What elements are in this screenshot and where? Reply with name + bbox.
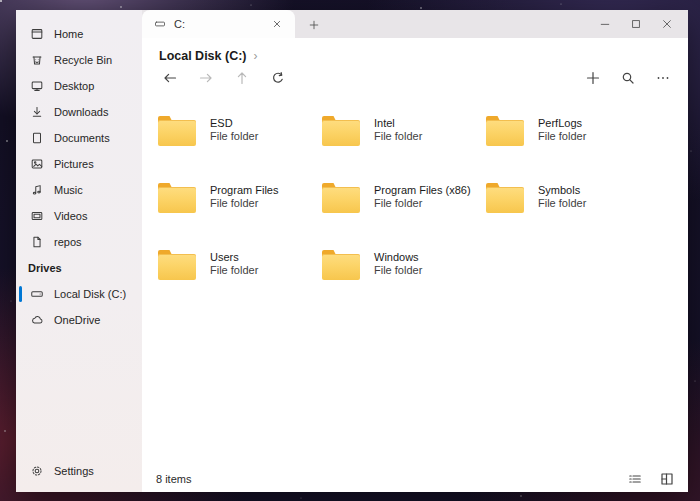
plus-icon xyxy=(585,70,601,86)
sidebar-item-label: Recycle Bin xyxy=(54,54,112,66)
selection-indicator xyxy=(19,26,22,42)
window-controls xyxy=(594,10,678,38)
sidebar-item-onedrive[interactable]: OneDrive xyxy=(16,307,142,333)
home-icon xyxy=(30,27,44,41)
sidebar-item-label: Downloads xyxy=(54,106,108,118)
navigation-toolbar xyxy=(142,64,688,92)
sidebar-item-desktop[interactable]: Desktop xyxy=(16,73,142,99)
folder-tile-intel[interactable]: Intel File folder xyxy=(322,116,486,183)
sidebar-item-pictures[interactable]: Pictures xyxy=(16,151,142,177)
forward-button[interactable] xyxy=(193,66,219,90)
arrow-up-icon xyxy=(234,70,250,86)
file-grid: ESD File folder Intel File folder xyxy=(158,116,688,317)
sidebar-item-home[interactable]: Home xyxy=(16,21,142,47)
item-count: 8 items xyxy=(156,473,191,485)
folder-icon xyxy=(158,183,196,213)
search-icon xyxy=(620,70,636,86)
tiles-view-icon xyxy=(659,471,675,487)
folder-type: File folder xyxy=(210,197,278,210)
sidebar-item-recycle-bin[interactable]: Recycle Bin xyxy=(16,47,142,73)
breadcrumb-current[interactable]: Local Disk (C:) xyxy=(159,49,247,63)
folder-type: File folder xyxy=(210,130,258,143)
back-button[interactable] xyxy=(157,66,183,90)
folder-type: File folder xyxy=(210,264,258,277)
tab-c-drive[interactable]: C: xyxy=(142,10,295,38)
selection-indicator xyxy=(19,463,22,479)
folder-name: Intel xyxy=(374,117,422,130)
wallpaper-stars xyxy=(0,0,2,2)
selection-indicator xyxy=(19,208,22,224)
main-area: C: xyxy=(142,10,688,492)
folder-icon xyxy=(158,116,196,146)
sidebar-item-label: Videos xyxy=(54,210,87,222)
details-view-icon xyxy=(627,471,643,487)
folder-tile-symbols[interactable]: Symbols File folder xyxy=(486,183,650,250)
folder-name: PerfLogs xyxy=(538,117,586,130)
tab-close-button[interactable] xyxy=(268,15,286,33)
content-area: Local Disk (C:) › xyxy=(142,38,688,492)
selection-indicator xyxy=(19,104,22,120)
sidebar-item-downloads[interactable]: Downloads xyxy=(16,99,142,125)
desktop-icon xyxy=(30,79,44,93)
folder-name: ESD xyxy=(210,117,258,130)
selection-indicator xyxy=(19,312,22,328)
drive-icon xyxy=(154,18,166,30)
folder-name: Windows xyxy=(374,251,422,264)
sidebar-item-videos[interactable]: Videos xyxy=(16,203,142,229)
folder-tile-program-files[interactable]: Program Files File folder xyxy=(158,183,322,250)
folder-type: File folder xyxy=(538,197,586,210)
downloads-icon xyxy=(30,105,44,119)
selection-indicator xyxy=(19,52,22,68)
selection-indicator xyxy=(19,156,22,172)
tab-label: C: xyxy=(174,18,260,30)
sidebar-item-settings[interactable]: Settings xyxy=(16,458,142,484)
cloud-icon xyxy=(30,313,44,327)
refresh-button[interactable] xyxy=(265,66,291,90)
folder-tile-esd[interactable]: ESD File folder xyxy=(158,116,322,183)
minimize-button[interactable] xyxy=(594,13,616,35)
sidebar-item-label: Settings xyxy=(54,465,94,477)
folder-tile-perflogs[interactable]: PerfLogs File folder xyxy=(486,116,650,183)
close-icon xyxy=(271,18,283,30)
folder-type: File folder xyxy=(374,130,422,143)
folder-icon xyxy=(486,183,524,213)
sidebar-item-documents[interactable]: Documents xyxy=(16,125,142,151)
sidebar-item-music[interactable]: Music xyxy=(16,177,142,203)
folder-icon xyxy=(322,250,360,280)
folder-tile-windows[interactable]: Windows File folder xyxy=(322,250,486,317)
sidebar-section-drives: Drives xyxy=(16,255,142,281)
details-view-button[interactable] xyxy=(627,471,643,487)
drive-icon xyxy=(30,287,44,301)
repos-icon xyxy=(30,235,44,249)
new-tab-button[interactable] xyxy=(301,12,327,38)
tiles-view-button[interactable] xyxy=(659,471,675,487)
gear-icon xyxy=(30,464,44,478)
maximize-button[interactable] xyxy=(625,13,647,35)
folder-icon xyxy=(158,250,196,280)
folder-name: Symbols xyxy=(538,184,586,197)
sidebar-item-label: Local Disk (C:) xyxy=(54,288,126,300)
arrow-right-icon xyxy=(198,70,214,86)
minimize-icon xyxy=(599,18,611,30)
more-options-button[interactable] xyxy=(650,66,676,90)
sidebar-item-local-disk-c[interactable]: Local Disk (C:) xyxy=(16,281,142,307)
folder-icon xyxy=(486,116,524,146)
sidebar-item-repos[interactable]: repos xyxy=(16,229,142,255)
folder-tile-program-files-x86[interactable]: Program Files (x86) File folder xyxy=(322,183,486,250)
new-item-button[interactable] xyxy=(580,66,606,90)
breadcrumb: Local Disk (C:) › xyxy=(142,38,688,64)
up-button[interactable] xyxy=(229,66,255,90)
sidebar-item-label: Documents xyxy=(54,132,110,144)
selection-indicator xyxy=(19,182,22,198)
refresh-icon xyxy=(270,70,286,86)
folder-tile-users[interactable]: Users File folder xyxy=(158,250,322,317)
sidebar: Home Recycle Bin Desktop Downloads D xyxy=(16,10,142,492)
folder-name: Program Files xyxy=(210,184,278,197)
search-button[interactable] xyxy=(615,66,641,90)
close-button[interactable] xyxy=(656,13,678,35)
folder-type: File folder xyxy=(374,264,422,277)
desktop-wallpaper: Home Recycle Bin Desktop Downloads D xyxy=(0,0,700,501)
sidebar-item-label: Home xyxy=(54,28,83,40)
arrow-left-icon xyxy=(162,70,178,86)
folder-type: File folder xyxy=(374,197,471,210)
